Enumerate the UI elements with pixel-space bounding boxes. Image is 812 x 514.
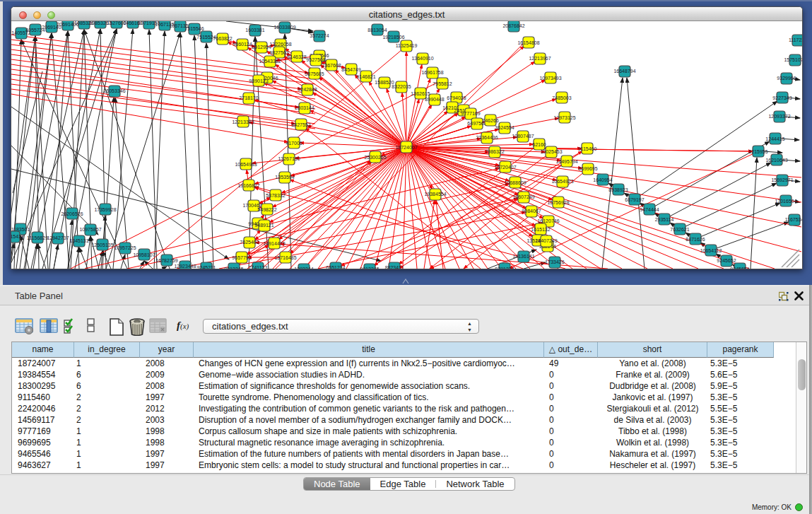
svg-text:13267130: 13267130: [278, 156, 300, 161]
svg-text:8427552: 8427552: [291, 122, 310, 127]
svg-text:7663822: 7663822: [213, 36, 232, 41]
svg-text:8791234: 8791234: [495, 267, 514, 269]
svg-text:1603381: 1603381: [245, 28, 264, 33]
svg-text:15720407: 15720407: [494, 165, 516, 170]
svg-text:16648794: 16648794: [613, 69, 635, 74]
svg-text:8146328: 8146328: [287, 54, 306, 59]
svg-text:9242848: 9242848: [298, 87, 317, 92]
svg-text:9827503: 9827503: [269, 50, 288, 55]
svg-text:9227343: 9227343: [772, 95, 792, 100]
svg-text:9245651: 9245651: [730, 267, 749, 269]
svg-text:746266: 746266: [482, 118, 498, 123]
svg-text:14914479: 14914479: [263, 241, 285, 246]
svg-text:10654112: 10654112: [700, 248, 722, 253]
svg-text:10973493: 10973493: [539, 76, 561, 81]
svg-text:10025453: 10025453: [540, 149, 562, 154]
svg-text:5498222: 5498222: [257, 207, 276, 212]
svg-text:9146821: 9146821: [356, 74, 375, 79]
svg-text:9245211: 9245211: [197, 265, 216, 269]
svg-text:9860124: 9860124: [233, 42, 252, 47]
svg-text:15716485: 15716485: [274, 255, 296, 260]
svg-text:20876842: 20876842: [502, 23, 524, 28]
svg-text:1353594: 1353594: [275, 175, 294, 180]
svg-text:5875685: 5875685: [305, 71, 324, 76]
svg-text:10688609: 10688609: [504, 180, 526, 185]
svg-text:12505135: 12505135: [91, 243, 113, 247]
svg-text:11325419: 11325419: [396, 43, 418, 48]
svg-text:15751074: 15751074: [784, 57, 802, 62]
svg-text:2718170: 2718170: [239, 95, 258, 100]
svg-text:2367608: 2367608: [322, 63, 341, 68]
svg-text:13226058: 13226058: [269, 42, 291, 47]
svg-text:9890123: 9890123: [249, 78, 268, 83]
svg-text:6651234: 6651234: [326, 265, 345, 269]
svg-text:8938923: 8938923: [608, 187, 628, 192]
svg-text:16782759: 16782759: [155, 258, 177, 263]
svg-text:26053346: 26053346: [103, 88, 125, 93]
svg-text:8322035: 8322035: [392, 84, 411, 89]
svg-text:7955812: 7955812: [433, 81, 452, 86]
svg-text:8912954: 8912954: [252, 45, 271, 49]
svg-text:17016504: 17016504: [775, 199, 796, 204]
svg-text:7632621: 7632621: [670, 227, 689, 232]
svg-text:14136141: 14136141: [512, 254, 534, 259]
svg-text:3572274: 3572274: [310, 33, 329, 38]
svg-text:15692971: 15692971: [771, 177, 793, 182]
svg-text:9329966: 9329966: [777, 76, 796, 81]
svg-text:12923448: 12923448: [174, 264, 196, 269]
svg-text:19218506: 19218506: [382, 35, 404, 40]
svg-text:21364436: 21364436: [476, 135, 498, 140]
svg-text:8813054: 8813054: [367, 28, 387, 33]
svg-text:10543382: 10543382: [259, 59, 281, 64]
svg-text:9912345: 9912345: [360, 267, 379, 269]
svg-text:1615132: 1615132: [531, 227, 550, 232]
svg-text:18607249: 18607249: [512, 194, 534, 199]
svg-text:13640910: 13640910: [411, 56, 433, 61]
svg-text:18724007: 18724007: [395, 145, 417, 150]
svg-text:25300265: 25300265: [364, 155, 386, 160]
svg-text:16210643: 16210643: [765, 158, 787, 163]
svg-text:6879197: 6879197: [625, 197, 644, 202]
svg-text:1345131: 1345131: [69, 238, 88, 243]
svg-text:1117234: 1117234: [789, 37, 802, 42]
svg-text:15756928: 15756928: [547, 200, 569, 205]
svg-text:1733426: 1733426: [545, 259, 564, 264]
svg-text:17957225: 17957225: [114, 245, 136, 250]
svg-text:1292344: 1292344: [294, 267, 313, 269]
svg-text:9245652: 9245652: [717, 258, 736, 263]
svg-text:10975857: 10975857: [79, 227, 101, 232]
svg-text:6794028: 6794028: [447, 95, 466, 100]
svg-text:7986322: 7986322: [485, 149, 504, 154]
svg-text:62160: 62160: [532, 142, 546, 147]
svg-text:9474444: 9474444: [640, 207, 659, 212]
svg-text:16033809: 16033809: [273, 25, 295, 30]
svg-text:3915411: 3915411: [11, 234, 23, 239]
svg-text:8215955: 8215955: [748, 149, 767, 154]
svg-text:9489121: 9489121: [254, 223, 273, 228]
svg-text:26206576: 26206576: [61, 211, 83, 216]
svg-text:1362615: 1362615: [411, 91, 430, 96]
svg-text:3624554: 3624554: [495, 125, 514, 130]
svg-text:12213967: 12213967: [529, 56, 551, 61]
svg-text:9657791: 9657791: [232, 255, 251, 260]
svg-text:2935114: 2935114: [655, 217, 674, 222]
svg-text:16961758: 16961758: [421, 70, 443, 75]
svg-text:12213383: 12213383: [232, 119, 254, 124]
svg-text:19166827: 19166827: [237, 183, 259, 188]
svg-text:7741123: 7741123: [249, 265, 268, 269]
svg-text:17359928: 17359928: [94, 207, 116, 212]
svg-text:8699695: 8699695: [578, 166, 597, 171]
svg-text:10807487: 10807487: [512, 134, 534, 139]
svg-text:1640954: 1640954: [593, 177, 612, 182]
svg-text:12942737: 12942737: [47, 235, 69, 240]
svg-text:417006: 417006: [286, 141, 302, 146]
svg-text:10654983: 10654983: [235, 162, 257, 167]
svg-text:8823411: 8823411: [385, 265, 404, 269]
svg-text:11156829: 11156829: [27, 235, 48, 240]
svg-text:8454749: 8454749: [341, 67, 360, 72]
svg-text:7485003: 7485003: [552, 95, 571, 100]
svg-text:7625402: 7625402: [240, 240, 259, 245]
svg-text:8471626: 8471626: [686, 237, 705, 242]
svg-text:2803144: 2803144: [295, 105, 314, 110]
svg-text:18407249: 18407249: [535, 238, 557, 243]
